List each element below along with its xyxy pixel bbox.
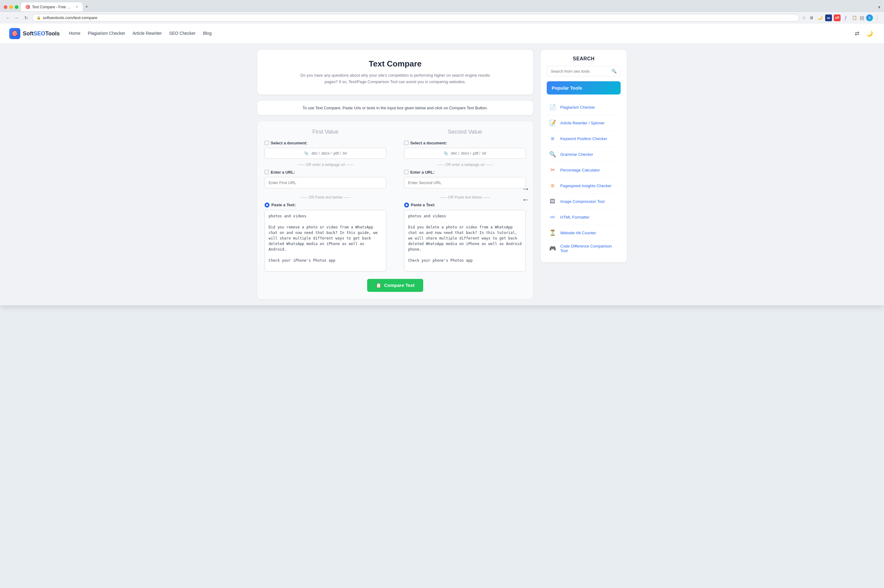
search-section-title: SEARCH [547,56,621,62]
sidebar-tool-percentage[interactable]: ✂ Percentage Calculator [547,162,621,178]
select-doc-label-1: Select a document: [271,141,307,145]
paste-radio-1[interactable] [265,202,269,207]
file-upload-button-2[interactable]: 📎 .doc / .docx / .pdf / .txt [404,148,526,159]
paste-label-2: Paste a Text: [411,202,435,207]
compare-area: First Value Select a document: 📎 .doc / … [257,121,533,299]
html-formatter-link-text: HTML Formatter [560,215,589,219]
code-diff-link-text: Code Difference Comparison Tool [560,244,619,253]
sidebar-tool-html-formatter[interactable]: </> HTML Formatter [547,209,621,225]
search-icon: 🔍 [611,69,616,74]
image-compression-icon: 🖼 [548,197,557,206]
nav-article-rewriter[interactable]: Article Rewriter [132,25,162,42]
second-url-input[interactable] [404,177,526,188]
new-tab-button[interactable]: + [83,3,91,11]
popular-tools-button[interactable]: Popular Tools [547,81,621,94]
first-value-column: First Value Select a document: 📎 .doc / … [265,129,386,273]
dark-mode-button[interactable]: 🌙 [864,28,875,39]
first-url-input[interactable] [265,177,386,188]
refresh-button[interactable]: ↻ [23,15,30,21]
file-formats-2: .doc / .docx / .pdf / .txt [450,151,486,156]
paste-radio-2[interactable] [404,202,409,207]
arrow-right-icon: → [522,184,530,194]
sidebar-tool-code-diff[interactable]: 🎮 Code Difference Comparison Tool [547,241,621,256]
plagiarism-link-text: Plagiarism Checker [560,105,595,110]
sidebar-tool-plagiarism[interactable]: 📄 Plagiarism Checker [547,99,621,115]
menu-button[interactable]: ⋮ [875,15,880,21]
extension-icon-off: off [834,15,840,21]
nav-plagiarism[interactable]: Plagiarism Checker [88,25,125,42]
image-compression-link-text: Image Compression Tool [560,199,604,204]
forward-button[interactable]: → [13,15,20,21]
profile-icon: S [866,15,873,21]
article-rewriter-link-text: Article Rewriter / Spinner [560,121,604,125]
sidebar-tool-article-rewriter[interactable]: 📝 Article Rewriter / Spinner [547,115,621,131]
tool-header-card: Text Compare Do you have any questions a… [257,50,533,94]
article-rewriter-icon: 📝 [548,118,557,128]
sidebar-tool-pagespeed[interactable]: ≡ Pagespeed Insights Checker [547,178,621,194]
sidebar-tool-keyword-position[interactable]: ≡ Keyword Position Checker [547,131,621,147]
compare-text-button[interactable]: 📋 Compare Text [367,279,423,292]
search-input[interactable] [551,69,609,74]
first-textarea[interactable]: photos and videos Did you remove a photo… [265,210,386,272]
or-paste-separator-2: ------ OR Paste text below ------ [404,195,526,200]
pagespeed-icon: ≡ [548,181,557,190]
browser-tab[interactable]: 🎯 Text Compare - Free Online T... ✕ [21,3,83,11]
or-url-separator-1: ------ OR enter a webpage url ------ [265,162,386,167]
url-checkbox-2[interactable] [404,170,409,174]
extension-icon-1: 🖥 [808,15,815,21]
second-textarea[interactable]: photos and videos Did you delete a photo… [404,210,526,272]
plagiarism-icon: 📄 [548,102,557,112]
rtl-button[interactable]: ⇄ [853,28,861,39]
instruction-bar: To use Text Compare, Paste Urls or texts… [257,100,533,115]
address-text[interactable]: softseotools.com/text-compare [43,15,97,20]
bookmark-button[interactable]: ☆ [802,15,806,21]
logo-icon: 🎯 [9,28,20,39]
html-formatter-icon: </> [548,212,557,222]
traffic-light-maximize[interactable] [15,5,18,9]
nav-seo-checker[interactable]: SEO Checker [169,25,195,42]
second-col-title: Second Value [404,129,526,135]
url-label-1: Enter a URL: [271,170,295,174]
logo[interactable]: 🎯 SoftSEOTools [9,24,60,44]
scroll-down-arrow[interactable]: ▾ [878,4,880,9]
traffic-light-close[interactable] [4,5,8,9]
percentage-link-text: Percentage Calculator [560,168,600,172]
secure-icon: 🔒 [37,16,41,20]
traffic-light-minimize[interactable] [9,5,13,9]
back-button[interactable]: ← [4,15,12,21]
nav-blog[interactable]: Blog [203,25,212,42]
compare-btn-label: Compare Text [384,283,415,288]
paperclip-icon-2: 📎 [444,151,448,156]
extension-icon-4: ƒ [842,15,849,21]
compare-btn-icon: 📋 [376,283,382,288]
keyword-position-link-text: Keyword Position Checker [560,136,607,141]
paste-label-1: Paste a Text: [271,202,296,207]
grammar-icon: 🔍 [548,150,557,159]
tool-title: Text Compare [266,59,524,69]
percentage-icon: ✂ [548,165,557,174]
tab-title: Text Compare - Free Online T... [32,5,72,9]
logo-text: SoftSEOTools [23,30,60,37]
select-doc-checkbox-1[interactable] [265,141,269,145]
tab-close-icon[interactable]: ✕ [75,5,78,9]
url-checkbox-1[interactable] [265,170,269,174]
keyword-position-icon: ≡ [548,134,557,143]
first-col-title: First Value [265,129,386,135]
extension-icon-3: m [825,15,832,21]
nav-home[interactable]: Home [69,25,80,42]
extension-icon-5: 📋 [851,15,858,21]
sidebar-tool-grammar[interactable]: 🔍 Grammar Checker [547,147,621,162]
second-value-column: Second Value Select a document: 📎 .doc /… [404,129,526,273]
sidebar-tool-image-compression[interactable]: 🖼 Image Compression Tool [547,194,621,209]
sidebar-tool-website-hit[interactable]: ⏳ Website Hit Counter [547,225,621,241]
or-url-separator-2: ------ OR enter a webpage url ------ [404,162,526,167]
paperclip-icon-1: 📎 [304,151,309,156]
file-upload-button-1[interactable]: 📎 .doc / .docx / .pdf / .txt [265,148,386,159]
search-box[interactable]: 🔍 [547,66,621,76]
tab-favicon: 🎯 [25,4,30,9]
select-doc-label-2: Select a document: [410,141,447,145]
swap-arrows[interactable]: → ← [522,129,530,204]
file-formats-1: .doc / .docx / .pdf / .txt [310,151,347,156]
sidebar-toggle[interactable]: ▤ [860,15,864,21]
select-doc-checkbox-2[interactable] [404,141,409,145]
